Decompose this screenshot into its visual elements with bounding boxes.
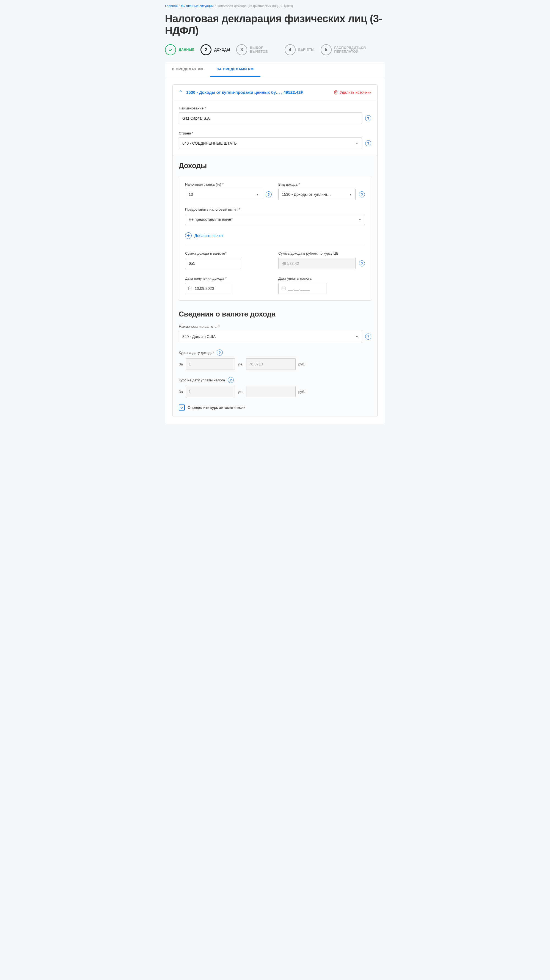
chevron-down-icon: ▼ [359, 218, 361, 221]
step-data[interactable]: ДАННЫЕ [165, 44, 194, 55]
auto-rate-checkbox[interactable]: Определить курс автоматически [179, 404, 371, 410]
breadcrumb-home[interactable]: Главная [165, 4, 178, 8]
tabs: В ПРЕДЕЛАХ РФ ЗА ПРЕДЕЛАМИ РФ [165, 62, 385, 77]
breadcrumb: Главная/Жизненные ситуации/Налоговая дек… [165, 4, 385, 8]
country-label: Страна * [179, 131, 371, 135]
date-income-label: Дата получения дохода * [185, 276, 272, 280]
date-tax-input[interactable]: __.__.____ [278, 283, 326, 294]
income-type-label: Вид дохода * [278, 182, 365, 186]
breadcrumb-situations[interactable]: Жизненные ситуации [181, 4, 214, 8]
page-title: Налоговая декларация физических лиц (3-Н… [165, 13, 385, 37]
chevron-down-icon: ▼ [349, 193, 352, 196]
main-card: В ПРЕДЕЛАХ РФ ЗА ПРЕДЕЛАМИ РФ ⌃ 1530 - Д… [165, 62, 385, 424]
step-overpayment[interactable]: 5 РАСПОРЯДИТЬСЯ ПЕРЕПЛАТОЙ [321, 44, 385, 55]
step-income[interactable]: 2 ДОХОДЫ [200, 44, 230, 55]
source-toggle[interactable]: ⌃ 1530 - Доходы от купли-продажи ценных … [179, 90, 303, 95]
breadcrumb-current: Налоговая декларация физических лиц (3-Н… [217, 4, 293, 8]
help-icon[interactable]: ? [365, 334, 371, 340]
divider [185, 245, 365, 245]
help-icon[interactable]: ? [265, 191, 272, 197]
rate-income-value-input [246, 358, 296, 370]
rate-income-label: Курс на дату дохода* [179, 351, 214, 355]
income-source-box: ⌃ 1530 - Доходы от купли-продажи ценных … [172, 84, 378, 417]
chevron-down-icon: ▼ [356, 142, 358, 145]
svg-rect-4 [282, 287, 285, 290]
country-select[interactable]: 840 - СОЕДИНЕННЫЕ ШТАТЫ ▼ [179, 137, 362, 149]
chevron-down-icon: ▼ [256, 193, 259, 196]
chevron-up-icon: ⌃ [179, 90, 182, 95]
rate-tax-per-unit-input [186, 386, 235, 397]
rate-label: Налоговая ставка (%) * [185, 182, 272, 186]
source-title-text: 1530 - Доходы от купли-продажи ценных бу… [186, 90, 303, 95]
currency-select[interactable]: 840 - Доллар США ▼ [179, 331, 362, 342]
help-icon[interactable]: ? [365, 140, 371, 146]
delete-source-button[interactable]: Удалить источник [334, 90, 371, 95]
auto-rate-label: Определить курс автоматически [188, 405, 246, 410]
deduction-label: Предоставить налоговый вычет * [185, 207, 365, 212]
amount-rub-label: Сумма дохода в рублях по курсу ЦБ [278, 251, 365, 255]
help-icon[interactable]: ? [359, 191, 365, 197]
name-label: Наименование * [179, 106, 371, 110]
help-icon[interactable]: ? [228, 377, 234, 383]
step-deductions[interactable]: 4 ВЫЧЕТЫ [285, 44, 315, 55]
trash-icon [334, 90, 338, 95]
step-deductions-choice[interactable]: 3 ВЫБОР ВЫЧЕТОВ [236, 44, 278, 55]
plus-icon: + [185, 232, 192, 239]
name-input[interactable] [179, 113, 362, 124]
date-tax-label: Дата уплаты налога [278, 276, 365, 280]
svg-rect-0 [189, 287, 192, 290]
help-icon[interactable]: ? [217, 350, 223, 356]
help-icon[interactable]: ? [365, 115, 371, 121]
date-income-input[interactable]: 10.09.2020 [185, 283, 233, 294]
rate-tax-value-input [246, 386, 296, 397]
rate-per-unit-input [186, 358, 235, 370]
tab-outside-rf[interactable]: ЗА ПРЕДЕЛАМИ РФ [210, 62, 261, 77]
deduction-select[interactable]: Не предоставлять вычет ▼ [185, 214, 365, 225]
income-type-select[interactable]: 1530 - Доходы от купли-прод… ▼ [278, 189, 356, 200]
tab-inside-rf[interactable]: В ПРЕДЕЛАХ РФ [165, 62, 210, 77]
check-icon [180, 406, 184, 409]
calendar-icon [188, 286, 192, 291]
stepper: ДАННЫЕ 2 ДОХОДЫ 3 ВЫБОР ВЫЧЕТОВ 4 ВЫЧЕТЫ… [165, 44, 385, 55]
tax-rate-select[interactable]: 13 ▼ [185, 189, 262, 200]
amount-fx-label: Сумма дохода в валюте* [185, 251, 272, 255]
currency-name-label: Наименование валюты * [179, 325, 371, 329]
calendar-icon [281, 286, 286, 291]
help-icon[interactable]: ? [359, 260, 365, 266]
check-icon [168, 47, 173, 52]
amount-rub-input [278, 258, 356, 269]
rate-tax-label: Курс на дату уплаты налога [179, 378, 225, 382]
amount-fx-input[interactable] [185, 258, 240, 269]
add-deduction-button[interactable]: + Добавить вычет [185, 232, 365, 239]
currency-section-title: Сведения о валюте дохода [179, 310, 371, 318]
income-section-title: Доходы [179, 161, 371, 170]
chevron-down-icon: ▼ [356, 335, 358, 338]
